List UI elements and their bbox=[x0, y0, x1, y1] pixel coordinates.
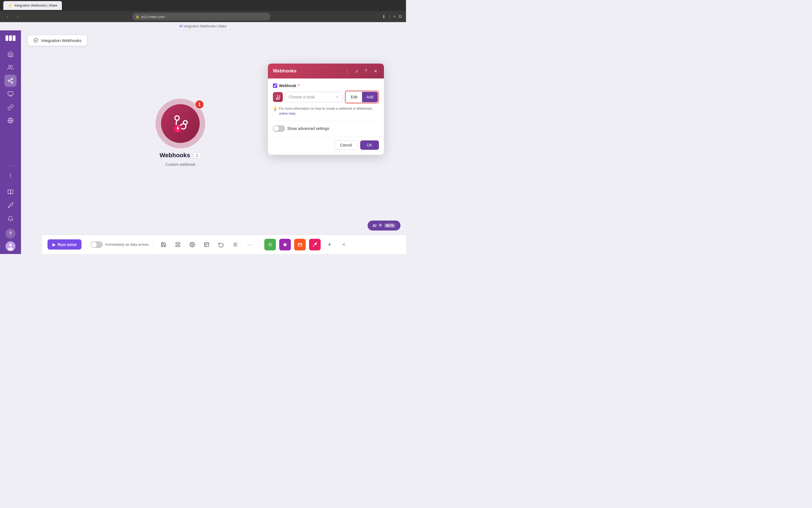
ai-sparkle-icon bbox=[378, 223, 383, 228]
add-button[interactable]: Add bbox=[362, 92, 378, 102]
sidebar-item-home[interactable] bbox=[4, 48, 16, 60]
svg-point-6 bbox=[11, 82, 13, 83]
svg-rect-2 bbox=[13, 35, 15, 41]
save-scenario-btn[interactable] bbox=[158, 239, 169, 250]
green-action-btn[interactable] bbox=[264, 239, 276, 250]
tab-bar: ⚡ Integration Webhooks | Make bbox=[0, 0, 406, 11]
svg-rect-9 bbox=[8, 92, 13, 95]
ai-beta-label: BETA bbox=[384, 223, 395, 228]
sidebar-item-notifications[interactable] bbox=[4, 213, 16, 225]
sidebar-item-docs[interactable] bbox=[4, 186, 16, 198]
more-options-btn[interactable]: ⋯ bbox=[244, 239, 255, 250]
forward-nav-button[interactable]: › bbox=[14, 13, 21, 20]
webhook-sm-svg bbox=[275, 94, 281, 100]
collapse-btn[interactable]: < bbox=[338, 239, 349, 250]
undo-btn[interactable] bbox=[216, 239, 227, 250]
more-dots-icon: ⋯ bbox=[247, 242, 252, 248]
avatar[interactable] bbox=[5, 241, 15, 251]
ok-button[interactable]: OK bbox=[360, 140, 379, 150]
orange-btn-icon bbox=[297, 242, 302, 247]
download-icon[interactable]: ⬇ bbox=[382, 14, 386, 19]
hook-select-dropdown[interactable]: Choose a hook bbox=[285, 92, 343, 102]
svg-point-16 bbox=[9, 244, 12, 247]
flow-control-btn[interactable] bbox=[172, 239, 183, 250]
info-suffix: . bbox=[296, 112, 297, 116]
tab-title: Integration Webhooks | Make bbox=[14, 4, 57, 7]
add-module-btn[interactable]: + bbox=[324, 239, 335, 250]
toggle-knob bbox=[274, 126, 279, 131]
lock-icon: 🔒 bbox=[136, 15, 140, 18]
advanced-settings-toggle[interactable] bbox=[273, 125, 285, 132]
toolbar-divider-1 bbox=[86, 240, 86, 250]
sidebar-item-more[interactable] bbox=[4, 169, 16, 181]
modal-help-btn[interactable]: ? bbox=[362, 68, 370, 75]
browser-controls: ‹ › 🔒 eu2.make.com ⬇ ↑ + ⧉ bbox=[0, 11, 406, 22]
modal-footer: Cancel OK bbox=[268, 137, 384, 155]
address-bar[interactable]: 🔒 eu2.make.com bbox=[132, 13, 271, 20]
info-prefix: For more information on how to create a … bbox=[279, 107, 373, 111]
svg-point-3 bbox=[9, 65, 11, 67]
modal-body: Webhook * bbox=[268, 79, 384, 137]
windows-icon[interactable]: ⧉ bbox=[398, 14, 401, 19]
svg-line-8 bbox=[10, 79, 11, 80]
modal-close-btn[interactable]: ✕ bbox=[372, 68, 379, 75]
highlight-box: Edit Add bbox=[345, 91, 379, 103]
browser-right-controls: ⬇ ↑ + ⧉ bbox=[382, 14, 401, 19]
settings-icon bbox=[189, 242, 195, 247]
orange-action-btn[interactable] bbox=[294, 239, 306, 250]
pink-btn-icon bbox=[313, 242, 317, 247]
collapse-icon: < bbox=[343, 242, 345, 247]
auto-align-btn[interactable] bbox=[230, 239, 241, 250]
modal-expand-btn[interactable]: ⤢ bbox=[353, 68, 360, 75]
info-text: 💡 For more information on how to create … bbox=[273, 106, 379, 116]
dropdown-chevron-icon bbox=[335, 95, 339, 99]
sidebar-item-connections[interactable] bbox=[4, 101, 16, 113]
make-logo: /// bbox=[180, 24, 183, 28]
svg-point-13 bbox=[10, 175, 11, 176]
hook-select-placeholder: Choose a hook bbox=[289, 95, 315, 99]
bottom-toolbar: ▶ Run once Immediately as data arrives bbox=[42, 235, 406, 254]
sidebar: ? bbox=[0, 30, 21, 254]
sidebar-item-rocket[interactable] bbox=[4, 199, 16, 211]
main-content: Integration Webhooks bbox=[21, 30, 406, 254]
scenario-settings-btn[interactable] bbox=[187, 239, 198, 250]
notes-icon bbox=[204, 242, 209, 247]
svg-point-14 bbox=[10, 177, 11, 177]
flow-icon bbox=[175, 242, 181, 247]
schedule-toggle-switch[interactable] bbox=[91, 241, 103, 248]
notes-btn[interactable] bbox=[201, 239, 212, 250]
svg-rect-24 bbox=[176, 245, 180, 247]
sidebar-item-help[interactable]: ? bbox=[5, 228, 15, 239]
modal-header: Webhooks ⋮ ⤢ ? ✕ bbox=[268, 64, 384, 79]
svg-rect-0 bbox=[5, 35, 8, 41]
sidebar-item-team[interactable] bbox=[4, 88, 16, 100]
online-help-link[interactable]: online Help bbox=[279, 112, 295, 116]
canvas-area: 1 Webhooks 1 Custom webhook Webhooks ⋮ ⤢… bbox=[21, 30, 406, 235]
pink-action-btn[interactable] bbox=[309, 239, 321, 250]
add-icon: + bbox=[328, 241, 331, 248]
advanced-settings-row: Show advanced settings bbox=[273, 121, 379, 132]
ai-button[interactable]: AI BETA bbox=[368, 220, 400, 230]
undo-icon bbox=[218, 242, 224, 247]
run-once-button[interactable]: ▶ Run once bbox=[48, 239, 82, 250]
purple-action-btn[interactable] bbox=[279, 239, 291, 250]
share-browser-icon[interactable]: ↑ bbox=[388, 14, 390, 19]
sidebar-item-share[interactable] bbox=[4, 75, 16, 87]
field-checkbox[interactable] bbox=[273, 83, 277, 88]
sidebar-item-globe[interactable] bbox=[4, 115, 16, 127]
sidebar-item-users[interactable] bbox=[4, 61, 16, 74]
svg-rect-23 bbox=[176, 242, 180, 244]
svg-line-7 bbox=[10, 81, 11, 82]
svg-point-5 bbox=[8, 80, 10, 82]
browser-chrome: ⚡ Integration Webhooks | Make ‹ › 🔒 eu2.… bbox=[0, 0, 406, 22]
cancel-button[interactable]: Cancel bbox=[334, 140, 358, 150]
back-nav-button[interactable]: ‹ bbox=[4, 13, 11, 20]
play-icon: ▶ bbox=[52, 242, 55, 247]
new-tab-icon[interactable]: + bbox=[393, 14, 396, 19]
schedule-label: Immediately as data arrives bbox=[105, 242, 149, 247]
field-label: Webhook * bbox=[273, 83, 379, 88]
active-tab[interactable]: ⚡ Integration Webhooks | Make bbox=[3, 1, 62, 10]
schedule-toggle-knob bbox=[91, 242, 97, 247]
modal-more-btn[interactable]: ⋮ bbox=[344, 68, 351, 75]
edit-button[interactable]: Edit bbox=[346, 92, 362, 102]
